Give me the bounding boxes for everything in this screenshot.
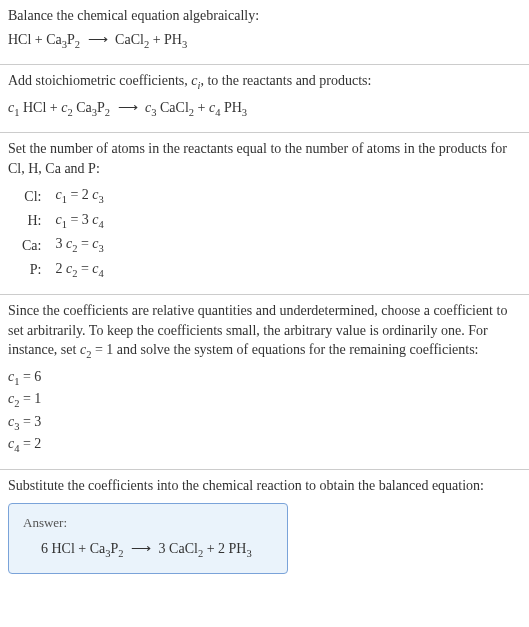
addcoef-intro: Add stoichiometric coefficients, ci, to … (8, 71, 521, 93)
atom-equation: c1 = 3 c4 (49, 209, 109, 233)
addcoef-intro-pre: Add stoichiometric coefficients, (8, 73, 191, 88)
coef-line: c2 = 1 (8, 389, 521, 411)
atom-equation: 3 c2 = c3 (49, 233, 109, 257)
atom-equation: c1 = 2 c3 (49, 184, 109, 208)
table-row: P: 2 c2 = c4 (16, 258, 110, 282)
atom-label: Cl: (16, 184, 49, 208)
relative-intro-var: c2 = 1 (80, 342, 113, 357)
coef-line: c4 = 2 (8, 434, 521, 456)
table-row: H: c1 = 3 c4 (16, 209, 110, 233)
substitute-intro: Substitute the coefficients into the che… (8, 476, 521, 496)
section-substitute: Substitute the coefficients into the che… (0, 470, 529, 586)
atom-label: H: (16, 209, 49, 233)
table-row: Ca: 3 c2 = c3 (16, 233, 110, 257)
section-atoms: Set the number of atoms in the reactants… (0, 133, 529, 294)
balance-intro: Balance the chemical equation algebraica… (8, 6, 521, 26)
addcoef-equation: c1 HCl + c2 Ca3P2 ⟶ c3 CaCl2 + c4 PH3 (8, 98, 521, 120)
arrow-icon: ⟶ (118, 98, 138, 118)
answer-equation: 6 HCl + Ca3P2 ⟶ 3 CaCl2 + 2 PH3 (23, 539, 273, 561)
answer-label: Answer: (23, 514, 273, 532)
balance-equation: HCl + Ca3P2 ⟶ CaCl2 + PH3 (8, 30, 521, 52)
table-row: Cl: c1 = 2 c3 (16, 184, 110, 208)
arrow-icon: ⟶ (88, 30, 108, 50)
arrow-icon: ⟶ (131, 539, 151, 559)
addcoef-intro-post: , to the reactants and products: (200, 73, 371, 88)
atom-balance-table: Cl: c1 = 2 c3 H: c1 = 3 c4 Ca: 3 c2 = c3… (16, 184, 110, 282)
atom-equation: 2 c2 = c4 (49, 258, 109, 282)
section-relative: Since the coefficients are relative quan… (0, 295, 529, 469)
atoms-intro: Set the number of atoms in the reactants… (8, 139, 521, 178)
section-addcoef: Add stoichiometric coefficients, ci, to … (0, 65, 529, 132)
relative-intro-post: and solve the system of equations for th… (113, 342, 478, 357)
answer-box: Answer: 6 HCl + Ca3P2 ⟶ 3 CaCl2 + 2 PH3 (8, 503, 288, 574)
coef-line: c1 = 6 (8, 367, 521, 389)
coef-line: c3 = 3 (8, 412, 521, 434)
relative-intro: Since the coefficients are relative quan… (8, 301, 521, 363)
atom-label: P: (16, 258, 49, 282)
solved-coefficients: c1 = 6 c2 = 1 c3 = 3 c4 = 2 (8, 367, 521, 457)
section-balance: Balance the chemical equation algebraica… (0, 0, 529, 64)
atom-label: Ca: (16, 233, 49, 257)
